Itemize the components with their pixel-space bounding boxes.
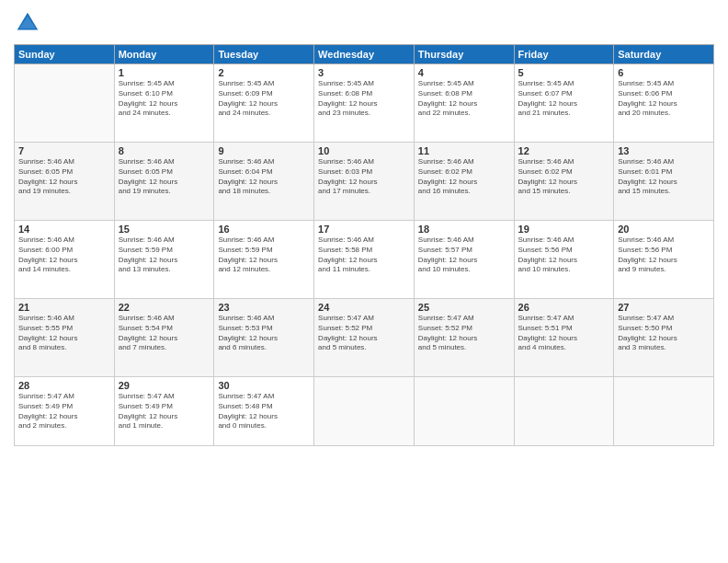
day-cell: 2Sunrise: 5:45 AM Sunset: 6:09 PM Daylig…: [214, 64, 314, 143]
day-info: Sunrise: 5:45 AM Sunset: 6:08 PM Dayligh…: [318, 79, 410, 119]
day-cell: 22Sunrise: 5:46 AM Sunset: 5:54 PM Dayli…: [114, 299, 214, 377]
calendar-header: SundayMondayTuesdayWednesdayThursdayFrid…: [15, 45, 714, 64]
day-cell: 14Sunrise: 5:46 AM Sunset: 6:00 PM Dayli…: [15, 221, 115, 299]
calendar-body: 1Sunrise: 5:45 AM Sunset: 6:10 PM Daylig…: [15, 64, 714, 446]
day-number: 18: [418, 224, 510, 235]
day-cell: 11Sunrise: 5:46 AM Sunset: 6:02 PM Dayli…: [414, 143, 514, 221]
day-info: Sunrise: 5:46 AM Sunset: 6:01 PM Dayligh…: [618, 157, 710, 197]
day-number: 20: [618, 224, 710, 235]
page: SundayMondayTuesdayWednesdayThursdayFrid…: [0, 0, 728, 563]
day-number: 25: [418, 302, 510, 313]
day-cell: 17Sunrise: 5:46 AM Sunset: 5:58 PM Dayli…: [314, 221, 415, 299]
day-cell: [414, 377, 514, 446]
day-cell: 20Sunrise: 5:46 AM Sunset: 5:56 PM Dayli…: [614, 221, 714, 299]
day-number: 17: [318, 224, 410, 235]
day-info: Sunrise: 5:46 AM Sunset: 5:57 PM Dayligh…: [418, 236, 510, 275]
day-info: Sunrise: 5:47 AM Sunset: 5:49 PM Dayligh…: [119, 392, 210, 431]
header: [14, 9, 714, 37]
day-info: Sunrise: 5:47 AM Sunset: 5:49 PM Dayligh…: [18, 392, 110, 431]
day-cell: 28Sunrise: 5:47 AM Sunset: 5:49 PM Dayli…: [15, 377, 115, 446]
day-cell: 8Sunrise: 5:46 AM Sunset: 6:05 PM Daylig…: [114, 143, 214, 221]
day-number: 16: [218, 224, 310, 235]
day-cell: 1Sunrise: 5:45 AM Sunset: 6:10 PM Daylig…: [114, 64, 214, 143]
day-info: Sunrise: 5:45 AM Sunset: 6:06 PM Dayligh…: [618, 79, 710, 119]
day-info: Sunrise: 5:46 AM Sunset: 6:05 PM Dayligh…: [119, 157, 210, 197]
day-number: 29: [119, 380, 210, 391]
day-info: Sunrise: 5:46 AM Sunset: 6:02 PM Dayligh…: [518, 157, 610, 197]
day-number: 19: [518, 224, 610, 235]
day-info: Sunrise: 5:46 AM Sunset: 5:59 PM Dayligh…: [218, 236, 310, 275]
day-cell: 16Sunrise: 5:46 AM Sunset: 5:59 PM Dayli…: [214, 221, 314, 299]
day-number: 14: [18, 224, 110, 235]
day-number: 2: [218, 67, 310, 78]
day-number: 15: [119, 224, 210, 235]
day-info: Sunrise: 5:47 AM Sunset: 5:52 PM Dayligh…: [318, 314, 410, 353]
day-cell: 30Sunrise: 5:47 AM Sunset: 5:48 PM Dayli…: [214, 377, 314, 446]
week-row-4: 21Sunrise: 5:46 AM Sunset: 5:55 PM Dayli…: [15, 299, 714, 377]
day-number: 23: [218, 302, 310, 313]
day-cell: 27Sunrise: 5:47 AM Sunset: 5:50 PM Dayli…: [614, 299, 714, 377]
week-row-3: 14Sunrise: 5:46 AM Sunset: 6:00 PM Dayli…: [15, 221, 714, 299]
day-number: 22: [119, 302, 210, 313]
header-row: SundayMondayTuesdayWednesdayThursdayFrid…: [15, 45, 714, 64]
day-number: 11: [418, 145, 510, 156]
day-number: 1: [119, 67, 210, 78]
day-cell: 24Sunrise: 5:47 AM Sunset: 5:52 PM Dayli…: [314, 299, 415, 377]
day-info: Sunrise: 5:46 AM Sunset: 6:00 PM Dayligh…: [18, 236, 110, 275]
day-info: Sunrise: 5:46 AM Sunset: 5:54 PM Dayligh…: [119, 314, 210, 353]
day-info: Sunrise: 5:46 AM Sunset: 5:56 PM Dayligh…: [518, 236, 610, 275]
week-row-1: 1Sunrise: 5:45 AM Sunset: 6:10 PM Daylig…: [15, 64, 714, 143]
week-row-5: 28Sunrise: 5:47 AM Sunset: 5:49 PM Dayli…: [15, 377, 714, 446]
day-number: 4: [418, 67, 510, 78]
day-cell: 7Sunrise: 5:46 AM Sunset: 6:05 PM Daylig…: [15, 143, 115, 221]
day-cell: 23Sunrise: 5:46 AM Sunset: 5:53 PM Dayli…: [214, 299, 314, 377]
day-info: Sunrise: 5:46 AM Sunset: 6:05 PM Dayligh…: [18, 157, 110, 197]
day-number: 30: [218, 380, 310, 391]
day-number: 26: [518, 302, 610, 313]
day-number: 3: [318, 67, 410, 78]
day-cell: 6Sunrise: 5:45 AM Sunset: 6:06 PM Daylig…: [614, 64, 714, 143]
day-cell: 3Sunrise: 5:45 AM Sunset: 6:08 PM Daylig…: [314, 64, 415, 143]
col-header-thursday: Thursday: [414, 45, 514, 64]
day-info: Sunrise: 5:46 AM Sunset: 6:04 PM Dayligh…: [218, 157, 310, 197]
day-info: Sunrise: 5:46 AM Sunset: 5:56 PM Dayligh…: [618, 236, 710, 275]
day-cell: 15Sunrise: 5:46 AM Sunset: 5:59 PM Dayli…: [114, 221, 214, 299]
day-cell: 18Sunrise: 5:46 AM Sunset: 5:57 PM Dayli…: [414, 221, 514, 299]
day-cell: [614, 377, 714, 446]
day-cell: [314, 377, 415, 446]
day-info: Sunrise: 5:46 AM Sunset: 5:53 PM Dayligh…: [218, 314, 310, 353]
day-info: Sunrise: 5:47 AM Sunset: 5:48 PM Dayligh…: [218, 392, 310, 431]
col-header-monday: Monday: [114, 45, 214, 64]
day-number: 24: [318, 302, 410, 313]
day-info: Sunrise: 5:45 AM Sunset: 6:07 PM Dayligh…: [518, 79, 610, 119]
day-number: 13: [618, 145, 710, 156]
day-number: 9: [218, 145, 310, 156]
col-header-tuesday: Tuesday: [214, 45, 314, 64]
day-number: 7: [18, 145, 110, 156]
col-header-sunday: Sunday: [15, 45, 115, 64]
col-header-saturday: Saturday: [614, 45, 714, 64]
logo-icon: [14, 9, 41, 37]
day-number: 12: [518, 145, 610, 156]
day-cell: 29Sunrise: 5:47 AM Sunset: 5:49 PM Dayli…: [114, 377, 214, 446]
day-info: Sunrise: 5:45 AM Sunset: 6:10 PM Dayligh…: [119, 79, 210, 119]
day-info: Sunrise: 5:45 AM Sunset: 6:09 PM Dayligh…: [218, 79, 310, 119]
logo: [14, 9, 45, 37]
day-cell: 26Sunrise: 5:47 AM Sunset: 5:51 PM Dayli…: [514, 299, 614, 377]
day-number: 6: [618, 67, 710, 78]
day-info: Sunrise: 5:46 AM Sunset: 6:03 PM Dayligh…: [318, 157, 410, 197]
day-number: 8: [119, 145, 210, 156]
day-cell: [15, 64, 115, 143]
day-cell: 12Sunrise: 5:46 AM Sunset: 6:02 PM Dayli…: [514, 143, 614, 221]
day-cell: 9Sunrise: 5:46 AM Sunset: 6:04 PM Daylig…: [214, 143, 314, 221]
day-number: 27: [618, 302, 710, 313]
day-number: 10: [318, 145, 410, 156]
day-number: 21: [18, 302, 110, 313]
day-cell: 4Sunrise: 5:45 AM Sunset: 6:08 PM Daylig…: [414, 64, 514, 143]
day-info: Sunrise: 5:46 AM Sunset: 5:55 PM Dayligh…: [18, 314, 110, 353]
day-cell: 13Sunrise: 5:46 AM Sunset: 6:01 PM Dayli…: [614, 143, 714, 221]
week-row-2: 7Sunrise: 5:46 AM Sunset: 6:05 PM Daylig…: [15, 143, 714, 221]
day-cell: 25Sunrise: 5:47 AM Sunset: 5:52 PM Dayli…: [414, 299, 514, 377]
day-info: Sunrise: 5:47 AM Sunset: 5:51 PM Dayligh…: [518, 314, 610, 353]
day-info: Sunrise: 5:46 AM Sunset: 5:58 PM Dayligh…: [318, 236, 410, 275]
